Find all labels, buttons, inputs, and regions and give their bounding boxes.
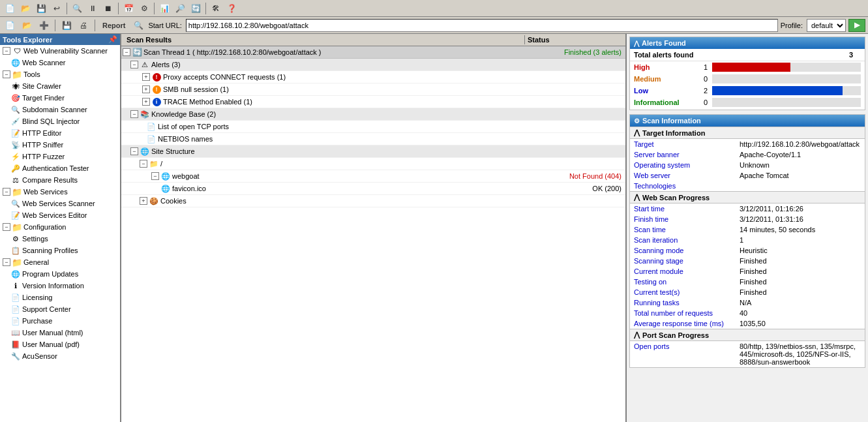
schedule-button[interactable]: 📅 (121, 2, 136, 15)
target-row: Target http://192.168.10.2:80/webgoat/at… (630, 139, 865, 149)
favicon-row[interactable]: 🌐 favicon.ico OK (200) (121, 183, 625, 195)
expand-general[interactable]: − (3, 258, 10, 266)
stop-button[interactable]: ⏹ (101, 2, 115, 15)
sidebar-item-purchase[interactable]: 📄 Purchase (0, 315, 120, 327)
search-btn[interactable]: 🔍 (131, 19, 145, 32)
cookies-expand[interactable]: + (140, 197, 147, 205)
root-expand[interactable]: − (140, 160, 147, 168)
target-info-header[interactable]: ⋀ Target Information (630, 127, 865, 139)
help-btn[interactable]: ❓ (224, 2, 239, 15)
kb-label: Knowledge Base (2) (151, 110, 624, 118)
refresh-button[interactable]: 🔄 (188, 2, 203, 15)
results-header: Scan Results Status (121, 34, 625, 46)
save-button[interactable]: 💾 (34, 2, 48, 15)
sidebar-item-scan-profiles[interactable]: 📋 Scanning Profiles (0, 245, 120, 256)
expand-config[interactable]: − (3, 223, 10, 231)
kb-expand[interactable]: − (130, 110, 138, 118)
expand-vuln[interactable]: − (3, 47, 10, 55)
sidebar-item-web-services[interactable]: − 📁 Web Services (0, 186, 120, 198)
sidebar-item-target-finder[interactable]: 🎯 Target Finder (0, 92, 120, 104)
sidebar-item-config[interactable]: − 📁 Configuration (0, 221, 120, 233)
new-file-btn[interactable]: 📄 (3, 19, 17, 32)
open-button[interactable]: 📂 (18, 2, 33, 15)
sidebar-item-tools[interactable]: − 📁 Tools (0, 68, 120, 80)
expand-tools[interactable]: − (3, 70, 10, 78)
thread-expand[interactable]: − (123, 48, 130, 56)
proxy-expand[interactable]: + (142, 73, 150, 81)
sidebar-item-compare[interactable]: ⚖ Compare Results (0, 174, 120, 186)
alerts-row[interactable]: − ⚠ Alerts (3) (121, 59, 625, 71)
sidebar-item-site-crawler[interactable]: 🕷 Site Crawler (0, 80, 120, 92)
webgoat-row[interactable]: − 🌐 webgoat Not Found (404) (121, 170, 625, 183)
sidebar-item-licensing[interactable]: 📄 Licensing (0, 292, 120, 303)
cookies-row[interactable]: + 🍪 Cookies (121, 195, 625, 207)
site-root-row[interactable]: − 📁 / (121, 158, 625, 170)
alerts-expand[interactable]: − (130, 61, 138, 68)
alerts-fold-icon[interactable]: ⋀ (634, 40, 639, 47)
sidebar-item-settings[interactable]: ⚙ Settings (0, 233, 120, 245)
sidebar-item-version[interactable]: ℹ Version Information (0, 280, 120, 292)
sidebar-item-http-editor[interactable]: 📝 HTTP Editor (0, 127, 120, 139)
sidebar-item-support[interactable]: 📄 Support Center (0, 303, 120, 315)
target-finder-icon: 🎯 (10, 93, 21, 103)
col-status: Status (525, 35, 623, 44)
config-label: Configuration (23, 223, 66, 231)
sidebar-item-ws-editor[interactable]: 📝 Web Services Editor (0, 209, 120, 221)
alert-item-proxy[interactable]: + ! Proxy accepts CONNECT requests (1) (121, 71, 625, 83)
webgoat-expand[interactable]: − (151, 172, 159, 180)
profile-select[interactable]: default (807, 19, 846, 32)
pause-button[interactable]: ⏸ (85, 2, 100, 15)
kb-netbios-row[interactable]: 📄 NETBIOS names (121, 133, 625, 145)
sidebar-item-manual-pdf[interactable]: 📕 User Manual (pdf) (0, 339, 120, 350)
trace-expand[interactable]: + (142, 98, 150, 106)
sidebar-item-http-sniffer[interactable]: 📡 HTTP Sniffer (0, 139, 120, 151)
port-scan-header[interactable]: ⋀ Port Scan Progress (630, 329, 865, 341)
target-value: http://192.168.10.2:80/webgoat/attack (736, 139, 865, 149)
favicon-label: favicon.ico (172, 185, 592, 192)
sidebar-pin-icon[interactable]: 📌 (108, 35, 117, 44)
sidebar-item-auth-tester[interactable]: 🔑 Authentication Tester (0, 162, 120, 174)
sidebar-item-web-scanner[interactable]: 🌐 Web Scanner (0, 57, 120, 68)
alert-item-smb[interactable]: + ! SMB null session (1) (121, 83, 625, 96)
url-input[interactable] (186, 19, 778, 32)
add-btn[interactable]: ➕ (37, 19, 51, 32)
new-scan-button[interactable]: 📄 (3, 2, 17, 15)
web-scan-progress-header[interactable]: ⋀ Web Scan Progress (630, 191, 865, 203)
filter-button[interactable]: 🔎 (173, 2, 187, 15)
sidebar-item-general[interactable]: − 📁 General (0, 256, 120, 268)
site-struct-row[interactable]: − 🌐 Site Structure (121, 145, 625, 158)
open-file-btn[interactable]: 📂 (20, 19, 34, 32)
sidebar-item-http-fuzzer[interactable]: ⚡ HTTP Fuzzer (0, 151, 120, 162)
report-tb-button[interactable]: 📊 (157, 2, 172, 15)
print-btn[interactable]: 🖨 (76, 19, 91, 32)
scan-mode-value: Heuristic (736, 245, 865, 256)
ws-editor-icon: 📝 (10, 210, 21, 220)
scan-button[interactable]: 🔍 (70, 2, 84, 15)
medium-count: 0 (699, 75, 712, 83)
sidebar-item-ws-scanner[interactable]: 🔍 Web Services Scanner (0, 198, 120, 209)
start-button[interactable]: ▶ (848, 19, 865, 32)
settings-btn[interactable]: ⚙ (137, 2, 151, 15)
sidebar-item-blind-sql[interactable]: 💉 Blind SQL Injector (0, 115, 120, 127)
favicon-icon: 🌐 (160, 183, 171, 194)
scan-thread-row[interactable]: − 🔄 Scan Thread 1 ( http://192.168.10.2:… (121, 46, 625, 59)
sidebar-item-web-vuln-scanner[interactable]: − 🛡 Web Vulnerability Scanner (0, 45, 120, 57)
updates-label: Program Updates (22, 270, 78, 278)
sidebar-item-subdomain-scanner[interactable]: 🔍 Subdomain Scanner (0, 104, 120, 115)
undo-button[interactable]: ↩ (50, 2, 64, 15)
scan-iter-row: Scan iteration 1 (630, 235, 865, 245)
report-btn[interactable]: Report (99, 19, 128, 32)
sidebar-item-acusensor[interactable]: 🔧 AcuSensor (0, 350, 120, 362)
sidebar-item-program-updates[interactable]: 🌐 Program Updates (0, 268, 120, 280)
tools-btn[interactable]: 🛠 (209, 2, 223, 15)
profiles-icon: 📋 (10, 245, 21, 256)
site-expand[interactable]: − (130, 147, 138, 155)
smb-expand[interactable]: + (142, 85, 150, 93)
kb-row[interactable]: − 📚 Knowledge Base (2) (121, 108, 625, 121)
total-requests-row: Total number of requests 40 (630, 308, 865, 318)
kb-tcp-row[interactable]: 📄 List of open TCP ports (121, 121, 625, 133)
expand-ws[interactable]: − (3, 188, 10, 196)
save2-btn[interactable]: 💾 (59, 19, 74, 32)
sidebar-item-manual-html[interactable]: 📖 User Manual (html) (0, 327, 120, 339)
alert-item-trace[interactable]: + i TRACE Method Enabled (1) (121, 96, 625, 108)
